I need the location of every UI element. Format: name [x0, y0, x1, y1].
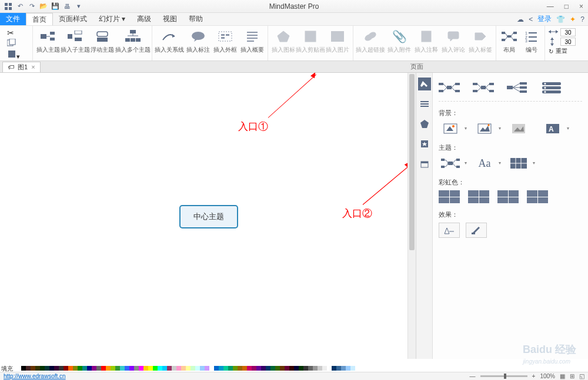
- color-swatch[interactable]: [26, 366, 31, 371]
- color-swatch[interactable]: [101, 366, 106, 371]
- reset-button[interactable]: ↻重置: [549, 47, 576, 55]
- color-swatch[interactable]: [308, 366, 313, 371]
- color-swatch[interactable]: [115, 366, 120, 371]
- insert-tag-button[interactable]: 插入标签: [467, 26, 493, 60]
- color-swatch[interactable]: [270, 366, 275, 371]
- color-swatch[interactable]: [214, 366, 219, 371]
- layout-button[interactable]: 布局: [499, 26, 520, 60]
- insert-image-button[interactable]: 插入图片: [325, 26, 350, 60]
- color-swatch[interactable]: [322, 366, 327, 371]
- doc-tab-close[interactable]: ×: [31, 63, 35, 70]
- color-swatch[interactable]: [275, 366, 280, 371]
- insert-topic-button[interactable]: 插入主题: [35, 26, 61, 60]
- theme-layout-button[interactable]: ▾: [439, 156, 462, 171]
- color-swatch[interactable]: [40, 366, 45, 371]
- document-tab[interactable]: 🏷 图1 ×: [2, 62, 41, 72]
- tshirt-icon[interactable]: 👕: [556, 15, 565, 23]
- color-swatch[interactable]: [238, 366, 242, 371]
- color-swatch[interactable]: [205, 366, 209, 371]
- qat-more-icon[interactable]: ▾: [74, 2, 83, 11]
- color-swatch[interactable]: [223, 366, 228, 371]
- menu-advanced[interactable]: 高级: [131, 13, 157, 25]
- insert-boundary-button[interactable]: 插入外框: [212, 26, 238, 60]
- color-swatch[interactable]: [261, 366, 266, 371]
- qat-redo-icon[interactable]: ↷: [27, 2, 36, 11]
- menu-slideshow[interactable]: 幻灯片 ▾: [93, 13, 131, 25]
- insert-multiple-button[interactable]: 插入多个主题: [116, 26, 149, 60]
- layout-opt-2[interactable]: [473, 81, 494, 94]
- color-swatch[interactable]: [181, 366, 186, 371]
- color-swatch[interactable]: [143, 366, 148, 371]
- sidetab-brush[interactable]: [418, 78, 431, 90]
- color-swatch[interactable]: [96, 366, 101, 371]
- zoom-level[interactable]: 100%: [540, 373, 555, 379]
- color-swatch[interactable]: [139, 366, 143, 371]
- color-swatch[interactable]: [318, 366, 322, 371]
- color-swatch[interactable]: [49, 366, 54, 371]
- color-swatch[interactable]: [148, 366, 153, 371]
- color-swatch[interactable]: [247, 366, 252, 371]
- menu-view[interactable]: 视图: [157, 13, 183, 25]
- color-swatch[interactable]: [191, 366, 195, 371]
- color-swatch[interactable]: [45, 366, 49, 371]
- color-swatch[interactable]: [341, 366, 346, 371]
- view-icon-1[interactable]: ▦: [560, 373, 565, 379]
- rainbow-2[interactable]: [468, 190, 489, 203]
- menu-file[interactable]: 文件: [0, 13, 26, 25]
- insert-note-button[interactable]: 插入注释: [413, 26, 439, 60]
- color-swatch[interactable]: [92, 366, 96, 371]
- menu-page-style[interactable]: 页面样式: [53, 13, 93, 25]
- color-swatch[interactable]: [125, 366, 129, 371]
- color-swatch[interactable]: [111, 366, 115, 371]
- color-swatch[interactable]: [31, 366, 35, 371]
- hspace-input[interactable]: [560, 28, 576, 36]
- qat-open-icon[interactable]: 📂: [39, 2, 48, 11]
- color-swatch[interactable]: [219, 366, 223, 371]
- color-swatch[interactable]: [73, 366, 78, 371]
- color-swatch[interactable]: [256, 366, 261, 371]
- color-swatch[interactable]: [285, 366, 289, 371]
- insert-relation-button[interactable]: 插入关系线: [155, 26, 184, 60]
- center-topic-node[interactable]: 中心主题: [179, 205, 238, 228]
- color-swatch[interactable]: [106, 366, 111, 371]
- copy-icon[interactable]: [7, 39, 20, 48]
- qat-save-icon[interactable]: 💾: [51, 2, 60, 11]
- insert-summary-button[interactable]: 插入概要: [239, 26, 265, 60]
- view-icon-3[interactable]: ◱: [579, 373, 584, 379]
- apps-icon[interactable]: ✦: [570, 15, 576, 23]
- color-swatch[interactable]: [120, 366, 125, 371]
- color-swatch[interactable]: [346, 366, 350, 371]
- color-swatch[interactable]: [332, 366, 336, 371]
- color-swatch[interactable]: [87, 366, 92, 371]
- color-swatch[interactable]: [252, 366, 256, 371]
- scroll-thumb[interactable]: [409, 74, 415, 250]
- bg-image-button[interactable]: ▾: [473, 121, 496, 136]
- share-icon[interactable]: <: [529, 15, 533, 23]
- insert-callout-button[interactable]: 插入标注: [185, 26, 211, 60]
- insert-clipart-button[interactable]: 插入剪贴画: [298, 26, 323, 60]
- color-swatch[interactable]: [35, 366, 40, 371]
- rainbow-4[interactable]: [527, 190, 548, 203]
- color-swatch[interactable]: [59, 366, 64, 371]
- color-swatch[interactable]: [68, 366, 73, 371]
- cloud-icon[interactable]: ☁: [517, 15, 524, 23]
- color-swatch[interactable]: [54, 366, 59, 371]
- color-swatch[interactable]: [233, 366, 238, 371]
- color-swatch[interactable]: [129, 366, 134, 371]
- color-swatch[interactable]: [299, 366, 303, 371]
- color-swatch[interactable]: [134, 366, 139, 371]
- color-swatch[interactable]: [186, 366, 191, 371]
- menu-home[interactable]: 首页: [26, 13, 53, 25]
- theme-color-button[interactable]: ▾: [507, 156, 530, 171]
- color-swatch[interactable]: [209, 366, 214, 371]
- rainbow-1[interactable]: [439, 190, 460, 203]
- vspace-input[interactable]: [560, 38, 576, 46]
- sidetab-icon[interactable]: [418, 117, 431, 130]
- vertical-scrollbar[interactable]: [407, 73, 416, 359]
- color-swatch[interactable]: [266, 366, 270, 371]
- color-swatch[interactable]: [303, 366, 308, 371]
- layout-opt-1[interactable]: [439, 81, 460, 94]
- layout-opt-4[interactable]: [541, 81, 562, 94]
- qat-undo-icon[interactable]: ↶: [15, 2, 25, 11]
- color-swatch[interactable]: [64, 366, 68, 371]
